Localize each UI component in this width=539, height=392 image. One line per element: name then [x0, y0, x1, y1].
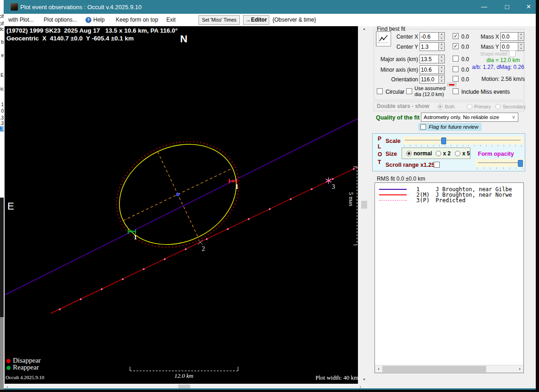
major-axis-sigma: 0.0 — [461, 56, 469, 62]
scale-slider[interactable] — [403, 136, 523, 144]
reappear-legend-label: Reappear — [13, 364, 39, 371]
double-stars-primary-radio[interactable] — [467, 104, 472, 109]
circular-checkbox[interactable] — [377, 88, 383, 94]
double-stars-secondary-radio[interactable] — [495, 104, 501, 109]
menu-keep-form-on-top[interactable]: Keep form on top — [116, 17, 158, 23]
minor-axis-input[interactable] — [420, 65, 438, 74]
orientation-checkbox[interactable] — [453, 76, 459, 82]
ellipse-center-dot — [176, 193, 179, 196]
menu-plot-options[interactable]: Plot options... — [44, 17, 77, 23]
mass-y-label: Mass Y — [469, 44, 499, 50]
km-scale-label: 12.0 km — [165, 372, 202, 380]
legend-line-predicted — [379, 200, 407, 201]
plot-header-line2: Geocentric X 4140.7 ±0.0 Y -605.4 ±0.1 k… — [6, 35, 134, 42]
help-icon: ? — [85, 17, 91, 23]
major-axis-spin-buttons[interactable]: ▲▼ — [438, 55, 445, 63]
mass-y-spinner[interactable]: ▲▼ — [500, 42, 524, 51]
menu-with-plot[interactable]: with Plot... — [8, 17, 34, 23]
minimize-button[interactable]: — — [474, 0, 494, 14]
list-scroll-right-arrow[interactable]: › — [517, 366, 522, 371]
observer-time-label[interactable]: {Observer & time} — [272, 17, 316, 23]
mass-y-input[interactable] — [500, 42, 518, 51]
size-x2-radio[interactable] — [436, 151, 441, 156]
obs-row-3-name: Predicted — [436, 197, 465, 204]
shape-model-checkbox[interactable] — [509, 51, 516, 57]
north-label: N — [180, 33, 187, 45]
plot-vertical-scrollbar[interactable]: ▲ ▼ — [361, 26, 368, 384]
center-x-spinner[interactable]: ▲▼ — [420, 32, 445, 41]
minor-axis-spin-buttons[interactable]: ▲▼ — [438, 65, 445, 74]
size-x5-label: x 5 — [462, 150, 470, 157]
double-stars-both-radio[interactable] — [437, 104, 443, 109]
orientation-spinner[interactable]: ▲▼ — [420, 75, 445, 84]
include-miss-label: Include Miss events — [461, 89, 510, 95]
editor-button[interactable]: →Editor — [243, 15, 269, 25]
flag-review-checkbox[interactable] — [420, 124, 426, 130]
scroll-range-label: Scroll range x1.25 — [386, 162, 435, 168]
mass-x-spinner[interactable]: ▲▼ — [500, 32, 524, 41]
screen-bottom-edge — [0, 390, 539, 392]
scroll-up-arrow[interactable]: ▲ — [361, 27, 368, 30]
menu-bar: with Plot... Plot options... ? Help Keep… — [4, 14, 536, 26]
minor-axis-label: Minor axis (km) — [376, 67, 418, 73]
circular-label: Circular — [386, 89, 404, 95]
scale-slider-groove — [405, 140, 521, 141]
plot-letter-t: T — [378, 159, 381, 165]
list-scroll-left-arrow[interactable]: ‹ — [376, 366, 381, 371]
list-horizontal-scrollbar[interactable]: ‹ › — [375, 365, 523, 373]
scale-label: Scale — [386, 138, 401, 144]
center-y-spinner[interactable]: ▲▼ — [420, 42, 445, 51]
east-label: E — [7, 200, 14, 212]
plot-letter-p: P — [378, 136, 381, 142]
vertical-scroll-thumb[interactable] — [361, 201, 367, 209]
size-normal-label: normal — [414, 150, 432, 157]
set-miss-times-button[interactable]: Set 'Miss' Times — [199, 15, 240, 25]
major-axis-spinner[interactable]: ▲▼ — [420, 55, 445, 63]
version-label: Occult 4.2025.9.10 — [6, 375, 44, 380]
scroll-range-checkbox[interactable] — [434, 162, 440, 168]
center-x-input[interactable] — [420, 32, 438, 41]
size-normal-radio[interactable] — [406, 151, 412, 156]
legend-line-chord1 — [379, 189, 407, 190]
mass-x-spin-buttons[interactable]: ▲▼ — [518, 32, 524, 41]
mass-x-input[interactable] — [500, 32, 518, 41]
major-axis-input[interactable] — [420, 55, 438, 63]
include-miss-checkbox[interactable] — [453, 88, 459, 94]
center-x-checkbox[interactable] — [453, 33, 459, 39]
obs-row-3-num: 3(P) — [416, 197, 430, 204]
center-y-spin-buttons[interactable]: ▲▼ — [438, 42, 445, 51]
rms-fit-label: RMS fit 0.0 ±0.0 km — [377, 176, 425, 182]
quality-value: Astrometry only. No reliable size — [424, 114, 499, 120]
mass-y-spin-buttons[interactable]: ▲▼ — [518, 42, 524, 51]
size-x5-radio[interactable] — [455, 151, 460, 156]
minor-axis-spinner[interactable]: ▲▼ — [420, 65, 445, 74]
size-x2-label: x 2 — [443, 150, 451, 157]
disappear-legend-dot — [6, 359, 11, 363]
plot-letter-l: L — [378, 143, 381, 150]
scroll-down-arrow[interactable]: ▼ — [361, 378, 368, 381]
menu-help[interactable]: Help — [93, 17, 105, 23]
use-assumed-checkbox[interactable] — [406, 88, 412, 94]
background-window-dark-area — [0, 198, 4, 317]
reappear-marker-label: 1 — [134, 234, 137, 241]
center-y-checkbox[interactable] — [453, 43, 459, 49]
orientation-label: Orientation — [376, 76, 418, 83]
form-opacity-slider[interactable] — [476, 159, 524, 167]
motion-label: Motion: 2.56 km/s — [478, 76, 528, 82]
mass-x-label: Mass X — [469, 34, 499, 40]
minor-axis-checkbox[interactable] — [453, 66, 459, 72]
scale-slider-thumb[interactable] — [441, 137, 446, 144]
observations-listbox[interactable]: 1 J Broughton, near Gilbe 2(M) J Brought… — [374, 182, 524, 373]
opacity-slider-thumb[interactable] — [518, 160, 523, 167]
menu-exit[interactable]: Exit — [166, 17, 176, 23]
list-scroll-thumb[interactable] — [382, 366, 486, 372]
window-title: Plot event observations : Occult v.4.202… — [20, 4, 142, 11]
quality-dropdown[interactable]: Astrometry only. No reliable size ˅ — [421, 113, 518, 122]
center-y-input[interactable] — [420, 42, 438, 51]
center-x-spin-buttons[interactable]: ▲▼ — [438, 32, 445, 41]
orientation-spin-buttons[interactable]: ▲▼ — [438, 75, 445, 84]
major-axis-checkbox[interactable] — [453, 56, 459, 62]
maximize-button[interactable]: □ — [497, 0, 517, 14]
orientation-input[interactable] — [420, 75, 438, 84]
plot-width-label: Plot width: 40 km — [303, 374, 358, 381]
